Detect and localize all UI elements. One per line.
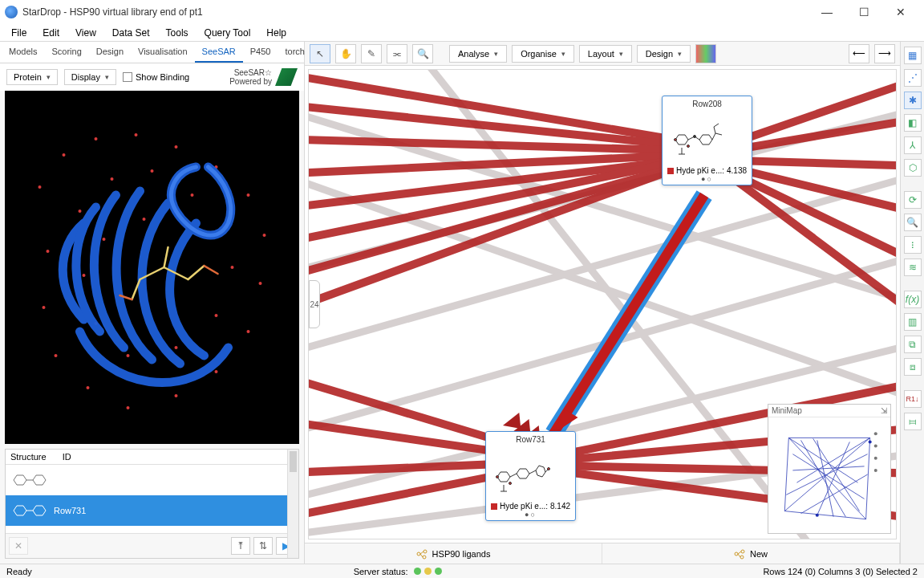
- pointer-tool[interactable]: ↖: [310, 44, 330, 63]
- tree-icon[interactable]: ⅄: [904, 136, 922, 154]
- seesar-brand: SeeSAR☆ Powered by: [229, 68, 298, 86]
- grid-view-button[interactable]: [695, 44, 716, 63]
- col-id: ID: [63, 452, 71, 462]
- structure-rows[interactable]: Row731: [6, 465, 298, 533]
- node-pager[interactable]: ●○: [667, 175, 747, 183]
- tab-visualisation[interactable]: Visualisation: [131, 42, 195, 63]
- protein-dropdown[interactable]: Protein ▾: [6, 69, 58, 85]
- svg-line-85: [714, 127, 715, 133]
- tab-design[interactable]: Design: [89, 42, 131, 63]
- scroll-handle[interactable]: [290, 451, 297, 472]
- svg-marker-78: [503, 413, 521, 429]
- metric-value: 4.138: [727, 166, 747, 175]
- node-pager[interactable]: ●○: [491, 511, 570, 519]
- show-binding-checkbox[interactable]: Show Binding: [123, 72, 189, 82]
- structure-thumb: [7, 499, 54, 523]
- design-dropdown[interactable]: Design▾: [637, 45, 691, 63]
- structure-row-selected[interactable]: Row731: [6, 495, 298, 526]
- node-title: Row208: [667, 100, 747, 108]
- tune-icon[interactable]: ≋: [904, 258, 922, 276]
- scatter-icon[interactable]: ⋰: [904, 69, 922, 87]
- brand-line1: SeeSAR☆: [229, 68, 272, 77]
- draw-tool[interactable]: ✎: [361, 44, 382, 63]
- node-card-row208[interactable]: Row208 Hyde pKi e...:: [662, 96, 752, 185]
- expand-handle[interactable]: 24: [309, 280, 320, 328]
- svg-point-119: [874, 457, 877, 460]
- menu-query-tool[interactable]: Query Tool: [198, 26, 257, 40]
- radar-icon[interactable]: ⬡: [904, 159, 922, 177]
- palette-icon[interactable]: ◧: [904, 114, 922, 132]
- structure-id: Row731: [54, 506, 86, 515]
- minimap-header: MiniMap ⇲: [768, 405, 890, 417]
- structure-table-header: Structure ID: [6, 450, 298, 465]
- maximize-button[interactable]: ☐: [845, 0, 882, 24]
- organise-dropdown[interactable]: Organise▾: [512, 45, 574, 63]
- file-tab-new[interactable]: New: [602, 543, 900, 564]
- tab-p450[interactable]: P450: [243, 42, 278, 63]
- r1-icon[interactable]: R1↓: [904, 390, 922, 408]
- svg-line-87: [715, 133, 722, 135]
- nav-back-button[interactable]: ⟵: [849, 44, 869, 63]
- refresh-icon[interactable]: ⟳: [904, 191, 922, 209]
- metric-swatch: [491, 503, 497, 510]
- analyse-dropdown[interactable]: Analyse▾: [449, 45, 507, 63]
- menu-file[interactable]: File: [5, 26, 33, 40]
- layout-dropdown[interactable]: Layout▾: [579, 45, 632, 63]
- app-icon: [5, 6, 18, 18]
- zoom-tool[interactable]: 🔍: [412, 44, 433, 63]
- svg-line-129: [738, 552, 741, 554]
- structure-row[interactable]: [6, 465, 298, 495]
- fx-icon[interactable]: f(x): [904, 291, 922, 308]
- pan-tool[interactable]: ✋: [335, 44, 356, 63]
- node-metric: Hyde pKi e...: 4.138: [667, 166, 747, 175]
- move-up-button[interactable]: ⤒: [231, 537, 250, 555]
- svg-point-118: [874, 445, 877, 448]
- svg-point-13: [87, 386, 90, 389]
- export-icon[interactable]: ⧉: [904, 336, 922, 353]
- tab-seesar[interactable]: SeeSAR: [195, 42, 243, 63]
- svg-point-29: [143, 218, 146, 221]
- grid-icon[interactable]: ▥: [904, 313, 922, 331]
- svg-line-95: [529, 470, 536, 474]
- svg-point-115: [869, 440, 872, 443]
- clip-label: 24: [310, 300, 318, 309]
- svg-point-101: [509, 482, 512, 485]
- close-button[interactable]: ✕: [882, 0, 919, 24]
- svg-point-24: [175, 346, 178, 349]
- table-view-icon[interactable]: ▦: [904, 47, 922, 64]
- network-icon[interactable]: ✱: [904, 92, 922, 109]
- svg-point-27: [83, 274, 86, 277]
- filter-icon[interactable]: ⫶: [904, 236, 922, 254]
- node-card-row731[interactable]: Row731 Hyde p: [485, 431, 576, 521]
- minimap[interactable]: MiniMap ⇲: [768, 404, 891, 534]
- move-down-button[interactable]: ⇅: [253, 537, 273, 555]
- menu-data-set[interactable]: Data Set: [106, 26, 156, 40]
- nav-forward-button[interactable]: ⟶: [874, 44, 895, 63]
- file-tab-hsp90[interactable]: HSP90 ligands: [305, 543, 602, 564]
- menu-help[interactable]: Help: [260, 26, 293, 40]
- caret-down-icon: ▾: [47, 73, 51, 81]
- search-icon[interactable]: 🔍: [904, 214, 922, 231]
- display-dropdown[interactable]: Display ▾: [64, 69, 116, 85]
- delete-row-button[interactable]: ✕: [9, 537, 28, 555]
- graph-toolbar: ↖ ✋ ✎ ⫘ 🔍 Analyse▾ Organise▾ Layout▾ Des…: [305, 42, 900, 66]
- minimize-button[interactable]: —: [808, 0, 845, 24]
- save-icon[interactable]: ⧈: [904, 358, 922, 376]
- clip-icon[interactable]: ⧦: [904, 413, 922, 430]
- protein-3d-viewer[interactable]: [5, 91, 299, 444]
- tab-scoring[interactable]: Scoring: [44, 42, 88, 63]
- tab-models[interactable]: Models: [2, 42, 44, 63]
- menu-view[interactable]: View: [69, 26, 103, 40]
- network-graph[interactable]: Row208 Hyde pKi e...:: [308, 69, 897, 539]
- svg-point-12: [127, 406, 130, 409]
- biosolveit-logo-icon: [275, 68, 298, 86]
- menu-tools[interactable]: Tools: [160, 26, 195, 40]
- svg-line-130: [738, 554, 740, 557]
- scroll-track[interactable]: [287, 450, 298, 558]
- svg-marker-39: [33, 475, 46, 485]
- minimap-pin-icon[interactable]: ⇲: [881, 406, 887, 415]
- svg-point-19: [151, 169, 154, 173]
- link-tool[interactable]: ⫘: [387, 44, 407, 63]
- svg-point-20: [191, 193, 194, 197]
- menu-edit[interactable]: Edit: [36, 26, 66, 40]
